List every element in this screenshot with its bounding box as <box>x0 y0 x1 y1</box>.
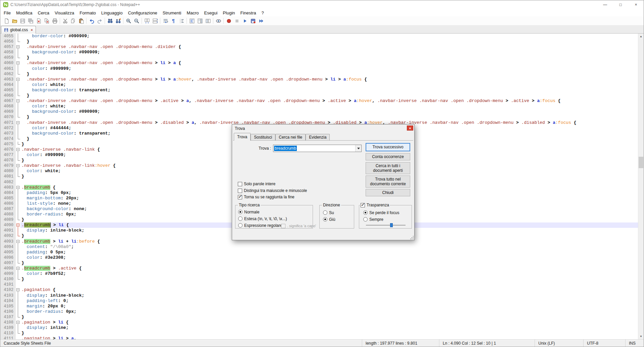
line-number[interactable]: 4085 <box>0 196 16 201</box>
status-insert-mode[interactable]: INS <box>625 340 644 347</box>
line-number[interactable]: 4091 <box>0 228 16 233</box>
line-number[interactable]: 4077 <box>0 152 16 158</box>
tab-global-css[interactable]: global.css × <box>1 26 36 34</box>
undo-button[interactable] <box>88 17 96 25</box>
vertical-scrollbar[interactable]: ▲ ▼ <box>638 34 644 339</box>
code-text[interactable]: margin: 20px 0; <box>20 304 638 309</box>
line-number[interactable]: 4075 <box>0 142 16 147</box>
line-number[interactable]: 4080 <box>0 168 16 174</box>
doc-map-button[interactable] <box>196 17 204 25</box>
code-text[interactable]: border-radius: 0px; <box>20 309 638 314</box>
replace-button[interactable] <box>114 17 122 25</box>
fold-margin[interactable] <box>16 222 20 228</box>
find-dialog-tab-cerca-nei-file[interactable]: Cerca nei file <box>275 134 306 141</box>
code-text[interactable]: content: "/\00a0"; <box>20 244 638 250</box>
slider-thumb[interactable] <box>390 223 393 227</box>
menu-item-strumenti[interactable]: Strumenti <box>160 10 184 16</box>
search-mode-normal-radio[interactable]: Normale <box>238 209 259 214</box>
line-number[interactable]: 4084 <box>0 190 16 196</box>
line-number[interactable]: 4072 <box>0 126 16 131</box>
line-number[interactable]: 4059 <box>0 55 16 60</box>
line-number[interactable]: 4078 <box>0 158 16 163</box>
menu-item-help[interactable]: ? <box>259 10 266 16</box>
sync-vertical-button[interactable] <box>143 17 151 25</box>
menu-item-esegui[interactable]: Esegui <box>202 10 220 16</box>
menu-item-configurazione[interactable]: Configurazione <box>125 10 160 16</box>
line-number[interactable]: 4062 <box>0 71 16 77</box>
match-case-checkbox[interactable]: Distingui tra maiuscole e minuscole <box>238 188 307 193</box>
combo-dropdown-button[interactable] <box>355 145 361 152</box>
line-number[interactable]: 4067 <box>0 98 16 104</box>
line-number[interactable]: 4079 <box>0 163 16 168</box>
line-number[interactable]: 4098 <box>0 266 16 271</box>
code-text[interactable]: } <box>20 114 638 120</box>
whole-word-checkbox[interactable]: Solo parole intere <box>238 181 275 187</box>
run-macro-multiple-button[interactable] <box>257 17 265 25</box>
line-number[interactable]: 4060 <box>0 60 16 66</box>
line-number[interactable]: 4099 <box>0 271 16 277</box>
line-number[interactable]: 4088 <box>0 212 16 217</box>
line-number[interactable]: 4068 <box>0 104 16 109</box>
code-text[interactable]: .navbar-inverse .navbar-nav .open .dropd… <box>20 98 638 104</box>
line-number[interactable]: 4102 <box>0 287 16 293</box>
code-text[interactable]: .pagination > li > a, <box>20 336 638 339</box>
word-wrap-button[interactable] <box>161 17 169 25</box>
code-text[interactable]: } <box>20 277 638 282</box>
line-number[interactable]: 4082 <box>0 180 16 185</box>
code-text[interactable]: background-color: transparent; <box>20 88 638 93</box>
play-macro-button[interactable] <box>241 17 249 25</box>
code-text[interactable]: border-color: #090909; <box>20 34 638 39</box>
code-text[interactable]: .navbar-inverse .navbar-nav .open .dropd… <box>20 60 638 66</box>
line-number[interactable]: 4064 <box>0 82 16 88</box>
line-number[interactable]: 4107 <box>0 314 16 320</box>
fold-margin[interactable] <box>16 147 20 152</box>
monitoring-button[interactable] <box>214 17 222 25</box>
line-number[interactable]: 4093 <box>0 239 16 244</box>
minimize-button[interactable]: — <box>597 0 613 9</box>
line-number[interactable]: 4069 <box>0 109 16 114</box>
line-number[interactable]: 4100 <box>0 277 16 282</box>
find-all-open-docs-button[interactable]: Cerca in tutti i documenti aperti <box>366 162 410 174</box>
find-what-combobox[interactable]: breadcrumb <box>273 145 362 152</box>
line-number[interactable]: 4073 <box>0 131 16 136</box>
line-number[interactable]: 4070 <box>0 114 16 120</box>
code-text[interactable]: color: #3e2308; <box>20 255 638 260</box>
find-dialog-tab-evidenzia[interactable]: Evidenzia <box>306 134 330 141</box>
code-text[interactable]: } <box>20 71 638 77</box>
wrap-around-checkbox[interactable]: Torna su se raggiunta la fine <box>238 194 294 200</box>
line-number[interactable]: 4056 <box>0 39 16 44</box>
search-mode-regex-radio[interactable]: Espressione regolare <box>238 223 282 228</box>
line-number[interactable]: 4094 <box>0 244 16 250</box>
sync-horizontal-button[interactable] <box>151 17 159 25</box>
resize-grip[interactable] <box>409 235 414 239</box>
transparency-on-focus-loss-radio[interactable]: Se perde il focus <box>363 210 399 215</box>
code-text[interactable]: color: white; <box>20 104 638 109</box>
fold-margin[interactable] <box>16 44 20 50</box>
cut-button[interactable] <box>61 17 69 25</box>
line-number[interactable]: 4089 <box>0 217 16 222</box>
code-text[interactable]: color: white; <box>20 82 638 88</box>
new-file-button[interactable] <box>2 17 10 25</box>
code-text[interactable]: .navbar-inverse .navbar-nav .open .dropd… <box>20 44 638 50</box>
line-number[interactable]: 4066 <box>0 93 16 98</box>
direction-up-radio[interactable]: Su <box>323 210 334 215</box>
code-text[interactable]: color: #7b9f52; <box>20 271 638 277</box>
function-list-button[interactable] <box>188 17 196 25</box>
fold-margin[interactable] <box>16 185 20 190</box>
code-text[interactable]: padding-left: 0; <box>20 298 638 304</box>
line-number[interactable]: 4065 <box>0 88 16 93</box>
close-window-button[interactable]: × <box>628 0 644 9</box>
line-number[interactable]: 4090 <box>0 222 16 228</box>
fold-margin[interactable] <box>16 98 20 104</box>
menu-item-modifica[interactable]: Modifica <box>13 10 35 16</box>
line-number[interactable]: 4083 <box>0 185 16 190</box>
status-encoding[interactable]: UTF-8 <box>583 340 625 347</box>
menu-item-file[interactable]: File <box>1 10 13 16</box>
fold-margin[interactable] <box>16 266 20 271</box>
copy-button[interactable] <box>69 17 77 25</box>
line-number[interactable]: 4095 <box>0 250 16 255</box>
code-text[interactable]: background-color: #090909; <box>20 109 638 114</box>
line-number[interactable]: 4092 <box>0 233 16 239</box>
line-number[interactable]: 4071 <box>0 120 16 126</box>
find-dialog-titlebar[interactable]: Trova <box>232 125 414 133</box>
